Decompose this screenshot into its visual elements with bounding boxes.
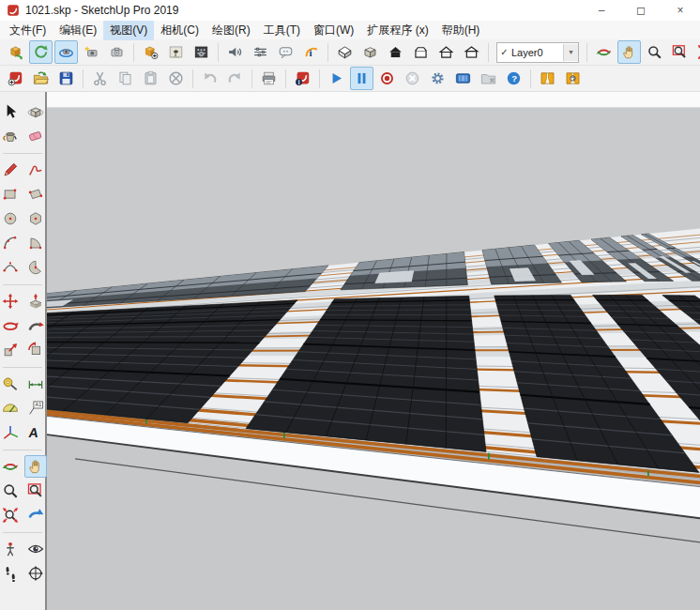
pie-tool[interactable] [24,256,47,279]
cut-button[interactable] [88,67,112,90]
help-button[interactable]: ? [502,67,525,90]
move-tool[interactable] [0,290,22,313]
orbit-button[interactable] [592,40,616,64]
shadows-button[interactable] [164,40,188,64]
rectangle-tool[interactable] [0,183,22,206]
circle-tool[interactable] [0,207,22,230]
rotate-tool[interactable] [0,314,22,337]
menu-item-4[interactable]: 相机(C) [154,21,205,40]
make-component-tool[interactable] [24,100,47,123]
menu-item-7[interactable]: 窗口(W) [307,21,360,40]
maximize-button[interactable]: ◻ [621,0,661,21]
new-file-button[interactable] [4,67,27,90]
save-file-button[interactable] [54,67,78,90]
top-view-button[interactable] [358,40,382,64]
open-file-button[interactable] [29,67,53,90]
pan-tool[interactable] [24,455,47,478]
left-view-button[interactable] [460,40,483,64]
undo-button[interactable] [198,67,221,90]
menu-item-3[interactable]: 视图(V) [103,21,154,40]
layers-dropdown[interactable]: ✓Layer0▼ [496,42,579,63]
zoom-tool[interactable] [0,480,22,502]
chevron-down-icon[interactable]: ▼ [563,44,578,61]
menu-item-5[interactable]: 绘图(R) [205,21,257,40]
paste-button[interactable] [139,67,162,90]
turn-tool[interactable] [24,562,47,585]
scale-tool[interactable] [0,339,22,361]
previous-view-button[interactable] [4,40,27,64]
tape-measure-tool[interactable] [0,373,22,395]
model-info-button[interactable]: i [291,67,314,90]
snapshot-camera-button[interactable] [105,40,129,64]
menu-item-2[interactable]: 编辑(E) [53,21,103,40]
three-point-arc-tool[interactable] [0,256,22,279]
curtain-reset-button[interactable] [561,67,585,90]
stop-animation-button[interactable] [401,67,424,90]
minimize-button[interactable]: – [582,0,621,21]
follow-me-tool[interactable] [24,314,47,337]
palette-separator [3,284,42,285]
back-view-button[interactable] [434,40,458,64]
menu-item-1[interactable]: 文件(F) [3,21,53,40]
scene-settings-icon [192,43,210,61]
3d-viewport[interactable] [47,108,700,610]
record-animation-button[interactable] [375,67,399,90]
scene-settings-button[interactable] [190,40,213,64]
look-around-tool[interactable] [24,538,47,560]
pause-animation-button[interactable] [350,67,373,90]
position-camera-button[interactable] [80,40,103,64]
orbit-tool[interactable] [0,455,22,478]
text-tool[interactable]: A1 [24,397,47,419]
mixer-button[interactable] [249,40,272,64]
curtain-open-button[interactable] [536,67,559,90]
select-tool[interactable] [0,100,22,123]
rotated-rectangle-icon [26,185,45,204]
offset-tool[interactable] [24,339,47,361]
animation-settings-button[interactable] [426,67,449,90]
zoom-button[interactable] [643,40,666,64]
front-view-button[interactable] [384,40,407,64]
dimension-icon [26,374,45,393]
line-tool[interactable] [0,159,22,181]
close-button[interactable]: × [661,0,700,21]
zoom-extents-button[interactable] [693,40,700,64]
menu-item-8[interactable]: 扩展程序 (x) [360,21,434,40]
push-pull-tool[interactable] [24,290,47,313]
axes-tool[interactable] [0,421,22,444]
walk-tool[interactable] [0,562,22,585]
redo-button[interactable] [223,67,247,90]
protractor-tool[interactable] [0,397,22,419]
video-export-button[interactable] [451,67,475,90]
freehand-tool[interactable] [24,159,47,181]
paint-bucket-tool[interactable] [0,125,22,147]
two-point-arc-tool[interactable] [24,232,47,254]
menu-item-9[interactable]: 帮助(H) [435,21,487,40]
eraser-tool[interactable] [24,125,47,147]
3d-text-tool[interactable]: A [24,421,47,444]
position-camera-tool[interactable] [0,538,22,560]
zoom-window-button[interactable] [668,40,692,64]
polygon-tool[interactable] [24,207,47,230]
right-view-button[interactable] [409,40,433,64]
play-animation-button[interactable] [325,67,348,90]
orbit-camera-button[interactable] [54,40,78,64]
previous-view-tool[interactable] [24,504,47,526]
zoom-extents-tool[interactable] [0,504,22,526]
arc-tool[interactable] [0,232,22,254]
erase-button[interactable] [164,67,188,90]
comments-button[interactable] [274,40,297,64]
iso-view-button[interactable] [333,40,357,64]
zoom-window-tool[interactable] [24,480,47,502]
rotated-rectangle-tool[interactable] [24,183,47,206]
menu-item-6[interactable]: 工具(T) [257,21,307,40]
add-component-button[interactable] [139,40,162,64]
copy-button[interactable] [114,67,137,90]
dimension-tool[interactable] [24,373,47,395]
pan-button[interactable] [617,40,641,64]
refresh-view-button[interactable] [29,40,53,64]
audio-button[interactable] [223,40,247,64]
output-folder-button[interactable] [477,67,500,90]
model-tips-button[interactable]: i [299,40,323,64]
print-button[interactable] [257,67,281,90]
comments-icon [277,43,295,61]
